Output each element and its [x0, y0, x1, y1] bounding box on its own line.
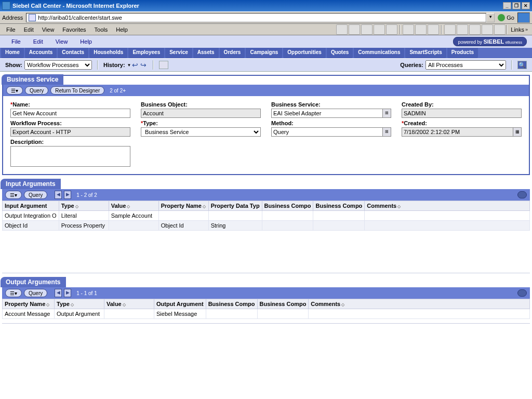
- business-service-input[interactable]: [271, 109, 383, 118]
- tab-quotes[interactable]: Quotes: [327, 48, 353, 58]
- query-button[interactable]: Query: [25, 86, 48, 95]
- field-created-by: Created By: SADMIN: [402, 101, 522, 118]
- ie-menu-view[interactable]: View: [38, 25, 59, 34]
- field-business-service: Business Service: ⊞: [271, 101, 391, 118]
- history-forward-button[interactable]: ↪: [139, 61, 148, 69]
- field-type: *Type: Business Service: [141, 120, 261, 137]
- edit-button[interactable]: [469, 24, 481, 35]
- method-input[interactable]: [271, 127, 383, 137]
- discuss-button[interactable]: [482, 24, 493, 35]
- method-pick-button[interactable]: ⊞: [383, 127, 391, 137]
- type-dropdown[interactable]: Business Service: [141, 127, 261, 137]
- col-input-argument[interactable]: Input Argument: [3, 201, 59, 211]
- tab-communications[interactable]: Communications: [354, 48, 404, 58]
- siebel-menu-edit[interactable]: Edit: [27, 37, 49, 46]
- tab-households[interactable]: Households: [89, 48, 127, 58]
- col-property-name[interactable]: Property Name◇: [158, 201, 208, 211]
- maximize-button[interactable]: ❐: [512, 2, 521, 9]
- created-by-readonly: SADMIN: [402, 109, 522, 118]
- col-property-data-type[interactable]: Property Data Typ: [208, 201, 262, 211]
- query-button[interactable]: Query: [24, 191, 47, 199]
- col-type[interactable]: Type◇: [59, 201, 109, 211]
- query-button[interactable]: Query: [24, 289, 47, 297]
- created-calendar-button[interactable]: ▦: [513, 127, 522, 137]
- research-button[interactable]: [494, 24, 506, 35]
- table-row[interactable]: Account MessageOutput ArgumentSiebel Mes…: [3, 309, 530, 319]
- url-dropdown-button[interactable]: ▼: [486, 13, 495, 22]
- col-business-component[interactable]: Business Compo: [206, 299, 257, 309]
- return-to-designer-button[interactable]: Return To Designer: [50, 86, 104, 95]
- tab-assets[interactable]: Assets: [193, 48, 219, 58]
- applet-menu-button[interactable]: ☰▾: [5, 191, 22, 199]
- stop-button[interactable]: [361, 24, 373, 35]
- home-button[interactable]: [386, 24, 397, 35]
- col-business-component[interactable]: Business Compo: [262, 201, 313, 211]
- links-bar[interactable]: Links: [509, 26, 530, 33]
- ie-menu-bar: File Edit View Favorites Tools Help Link…: [0, 24, 532, 35]
- siebel-menu-view[interactable]: View: [49, 37, 74, 46]
- refresh-button[interactable]: [374, 24, 385, 35]
- search-icon[interactable]: 🔍: [517, 61, 527, 69]
- col-value[interactable]: Value◇: [109, 201, 158, 211]
- favorites-button[interactable]: [415, 24, 427, 35]
- col-business-component-field[interactable]: Business Compo: [257, 299, 309, 309]
- search-button[interactable]: [403, 24, 414, 35]
- prev-record-button[interactable]: ◀: [55, 289, 62, 297]
- mail-button[interactable]: [444, 24, 456, 35]
- table-row[interactable]: Output Integration OLiteralSample Accoun…: [3, 211, 530, 221]
- tab-accounts[interactable]: Accounts: [25, 48, 57, 58]
- tab-orders[interactable]: Orders: [220, 48, 245, 58]
- forward-button[interactable]: [349, 24, 360, 35]
- minimize-button[interactable]: _: [503, 2, 511, 9]
- tab-contacts[interactable]: Contacts: [58, 48, 88, 58]
- ie-menu-help[interactable]: Help: [112, 25, 132, 34]
- sitemap-icon[interactable]: [159, 61, 168, 69]
- queries-dropdown[interactable]: All Processes: [425, 60, 506, 70]
- col-comments[interactable]: Comments◇: [309, 299, 530, 309]
- applet-menu-button[interactable]: ☰▾: [6, 86, 23, 95]
- business-service-pick-button[interactable]: ⊞: [383, 109, 391, 118]
- siebel-menu-help[interactable]: Help: [74, 37, 98, 46]
- ie-menu-edit[interactable]: Edit: [20, 25, 38, 34]
- tab-service[interactable]: Service: [165, 48, 192, 58]
- col-type[interactable]: Type◇: [55, 299, 104, 309]
- ie-menu-tools[interactable]: Tools: [90, 25, 112, 34]
- col-business-component-field[interactable]: Business Compo: [313, 201, 365, 211]
- show-dropdown[interactable]: Workflow Processes: [24, 60, 92, 70]
- input-arguments-table: Input Argument Type◇ Value◇ Property Nam…: [2, 201, 530, 231]
- applet-menu-button[interactable]: ☰▾: [5, 289, 22, 297]
- next-record-button[interactable]: ▶: [64, 289, 71, 297]
- back-button[interactable]: [336, 24, 348, 35]
- description-textarea[interactable]: [10, 146, 130, 167]
- table-row[interactable]: Object IdProcess PropertyObject IdString: [3, 221, 530, 231]
- history-button[interactable]: [428, 24, 439, 35]
- tab-home[interactable]: Home: [1, 48, 24, 58]
- output-arguments-applet: Output Arguments ☰▾ Query ◀ ▶ 1 - 1 of 1…: [2, 278, 530, 324]
- siebel-brand: powered by SIEBEL eBusiness: [453, 37, 527, 46]
- go-button[interactable]: Go: [498, 14, 514, 21]
- ie-menu-file[interactable]: File: [2, 25, 20, 34]
- next-record-button[interactable]: ▶: [64, 191, 71, 199]
- tab-campaigns[interactable]: Campaigns: [246, 48, 282, 58]
- tab-opportunities[interactable]: Opportunities: [283, 48, 326, 58]
- col-value[interactable]: Value◇: [104, 299, 154, 309]
- tab-smartscripts[interactable]: SmartScripts: [405, 48, 446, 58]
- close-button[interactable]: ✕: [522, 2, 530, 9]
- col-output-argument[interactable]: Output Argument: [154, 299, 206, 309]
- col-property-name[interactable]: Property Name◇: [3, 299, 55, 309]
- toolbar-separator: [441, 25, 442, 34]
- applet-toggle-button[interactable]: [517, 289, 527, 297]
- siebel-menu-file[interactable]: File: [5, 37, 27, 46]
- tab-products[interactable]: Products: [447, 48, 478, 58]
- print-button[interactable]: [457, 24, 468, 35]
- business-service-form: *Name: Business Object: Account Business…: [3, 96, 529, 174]
- name-input[interactable]: [10, 109, 130, 118]
- url-input[interactable]: http://ariba01/callcenter/start.swe: [26, 13, 486, 22]
- prev-record-button[interactable]: ◀: [55, 191, 62, 199]
- history-back-button[interactable]: ↩: [131, 61, 139, 69]
- col-comments[interactable]: Comments◇: [365, 201, 530, 211]
- tab-employees[interactable]: Employees: [128, 48, 164, 58]
- applet-toggle-button[interactable]: [517, 191, 527, 198]
- field-workflow-process: Workflow Process: Export Account - HTTP: [10, 120, 130, 137]
- ie-menu-favorites[interactable]: Favorites: [58, 25, 90, 34]
